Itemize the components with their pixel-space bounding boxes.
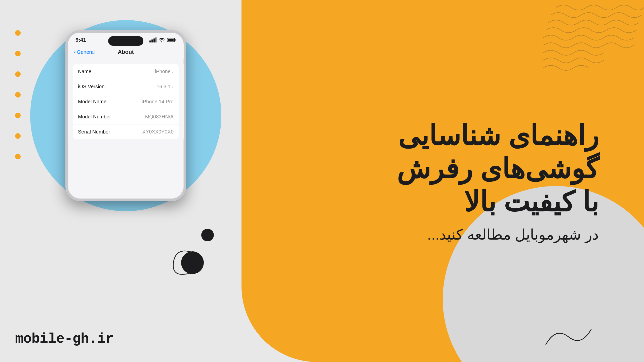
chevron-right-icon: › [172,69,174,74]
subtitle: در شهرموبایل مطالعه کنید... [427,226,599,243]
dot-2 [15,51,21,56]
row-label-serial: Serial Number [78,129,110,135]
headline-line2: گوشی‌های رفرش [397,152,599,185]
svg-rect-1 [151,39,153,42]
brand-website: mobile-gh.ir [15,331,113,347]
dot-3 [15,71,21,77]
row-value-name: iPhone › [155,69,174,74]
decorative-circle-black-small [201,229,214,241]
status-icons [149,37,176,42]
row-label-name: Name [78,69,91,74]
table-row: Model Name iPhone 14 Pro [73,94,179,109]
wifi-icon [158,37,165,42]
phone-circle: 9:41 [30,20,221,211]
row-label-model-name: Model Name [78,99,106,105]
svg-rect-2 [153,38,155,42]
row-label-ios: iOS Version [78,84,105,89]
battery-icon [167,37,176,42]
chevron-right-icon: › [172,84,174,89]
headline-line3: با کیفیت بالا [397,185,599,218]
table-row: Model Number MQ083HN/A [73,109,179,124]
row-value-serial: XY0XX0Y0X0 [142,129,174,135]
dynamic-island [108,36,143,46]
row-value-model-number: MQ083HN/A [145,114,174,120]
spiral-decoration [171,246,201,277]
dot-1 [15,30,21,36]
signal-icon [149,37,156,42]
table-row[interactable]: iOS Version 16.3.1 › [73,79,179,94]
dot-4 [15,92,21,98]
svg-rect-5 [175,39,176,41]
row-value-model-name: iPhone 14 Pro [142,99,174,105]
dot-5 [15,113,21,118]
status-time: 9:41 [75,37,86,43]
dot-7 [15,154,21,159]
branding-section: mobile-gh.ir [15,331,113,347]
navigation-bar: ‹ General About [68,45,184,59]
page-title: About [118,49,134,55]
settings-section: Name iPhone › iOS Version 16.3.1 › Model… [73,64,179,139]
settings-list: Name iPhone › iOS Version 16.3.1 › Model… [68,64,184,139]
iphone-mockup: 9:41 [65,30,186,201]
back-button[interactable]: ‹ General [74,49,95,55]
svg-rect-6 [168,39,174,41]
table-row[interactable]: Name iPhone › [73,64,179,79]
row-value-ios: 16.3.1 › [156,84,174,89]
main-title: راهنمای شناسایی گوشی‌های رفرش با کیفیت ب… [397,119,599,218]
back-label: General [77,49,95,55]
svg-rect-0 [149,40,151,42]
table-row: Serial Number XY0XX0Y0X0 [73,124,179,139]
headline-line1: راهنمای شناسایی [397,119,599,152]
right-content: راهنمای شناسایی گوشی‌های رفرش با کیفیت ب… [335,0,624,362]
svg-rect-3 [155,37,156,42]
chevron-left-icon: ‹ [74,49,76,55]
row-label-model-number: Model Number [78,114,111,120]
dot-6 [15,133,21,139]
